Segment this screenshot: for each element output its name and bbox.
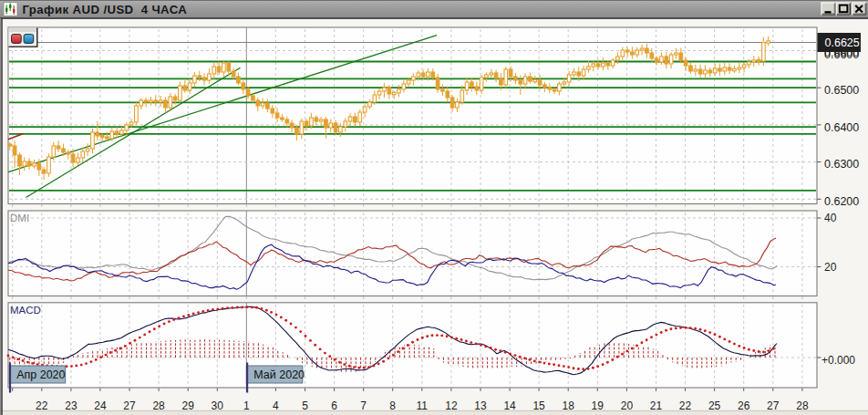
svg-text:График AUD /USD 4 ЧАСА: График AUD /USD 4 ЧАСА [23, 3, 188, 16]
svg-text:0.6400: 0.6400 [824, 121, 859, 134]
svg-text:Май 2020: Май 2020 [253, 368, 305, 381]
svg-text:0.6500: 0.6500 [824, 84, 859, 97]
svg-text:40: 40 [824, 212, 837, 224]
svg-text:MACD: MACD [10, 305, 41, 316]
svg-text:0.6300: 0.6300 [824, 158, 859, 171]
svg-text:Апр 2020: Апр 2020 [16, 368, 65, 381]
svg-text:0.6625: 0.6625 [825, 36, 860, 49]
svg-text:20: 20 [824, 261, 837, 274]
svg-text:+0.000: +0.000 [822, 354, 855, 367]
svg-text:0.6200: 0.6200 [824, 195, 859, 208]
